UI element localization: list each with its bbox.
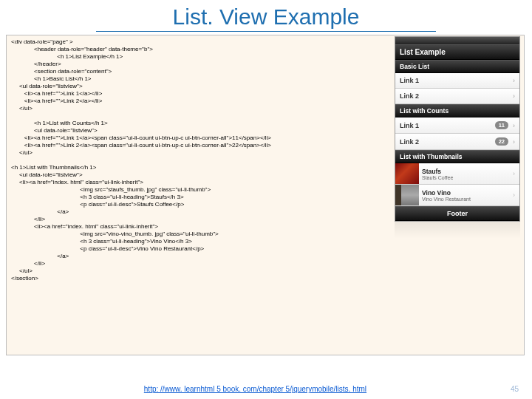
code-line: <li><a href="index. html" class="ui-link… xyxy=(11,179,143,185)
code-line: <li><a href="">Link 2</a><span class="ui… xyxy=(11,142,271,149)
list-item-link2[interactable]: Link 2 › xyxy=(395,89,519,104)
code-line: </ul> xyxy=(11,267,33,274)
code-line: <li><a href="index. html" class="ui-link… xyxy=(11,223,158,230)
code-line: </li> xyxy=(11,216,45,222)
code-line: <li><a href="">Link 1</a><span class="ui… xyxy=(11,134,271,141)
phone-footer: Footer xyxy=(395,206,519,221)
thumb-item-staufs[interactable]: Staufs Staufs Coffee › xyxy=(395,163,519,185)
thumb-heading: Staufs xyxy=(422,168,510,175)
code-line: </li> xyxy=(11,260,45,267)
thumb-desc: Vino Vino Restaurant xyxy=(422,197,510,202)
chevron-right-icon: › xyxy=(513,170,515,177)
code-line: <h 3 class="ui-li-heading">Staufs</h 3> xyxy=(11,194,184,200)
code-line: <h 1>Basic List</h 1> xyxy=(11,75,92,82)
count-badge: 11 xyxy=(495,121,508,129)
code-line: <h 3 class="ui-li-heading">Vino Vino</h … xyxy=(11,238,192,245)
thumb-heading: Vino Vino xyxy=(422,189,510,197)
code-line: </ul> xyxy=(11,105,33,112)
code-line: <ul data-role="listview"> xyxy=(11,171,83,178)
code-line: <ul data-role="listview"> xyxy=(11,83,83,89)
code-line: </header> xyxy=(11,61,61,67)
list-label: Link 1 xyxy=(400,122,419,129)
page-number: 45 xyxy=(511,385,519,393)
code-line: <section data-role="content"> xyxy=(11,68,112,75)
section-basic-list: Basic List xyxy=(395,60,519,73)
chevron-right-icon: › xyxy=(513,138,515,146)
list-label: Link 1 xyxy=(400,77,419,84)
code-line: <h 1>List with Counts</h 1> xyxy=(11,120,108,126)
thumbnail-image xyxy=(395,185,419,205)
chevron-right-icon: › xyxy=(513,77,515,84)
slide-title: List. View Example xyxy=(0,0,532,31)
code-line: </ul> xyxy=(11,149,33,156)
code-line: <li><a href="">Link 1</a></li> xyxy=(11,90,102,97)
code-line: <p class="ui-li-desc">Vino Vino Restaura… xyxy=(11,245,204,252)
code-line: </a> xyxy=(11,208,69,215)
code-line: <ul data-role="listview"> xyxy=(11,127,98,134)
list-item-count1[interactable]: Link 1 11 › xyxy=(395,117,519,134)
code-line: <img src="vino-vino_thumb. jpg" class="u… xyxy=(11,231,219,237)
code-line: </a> xyxy=(11,253,69,259)
code-line: <h 1>List with Thumbnails</h 1> xyxy=(11,164,96,171)
chevron-right-icon: › xyxy=(513,122,515,129)
source-link[interactable]: http: //www. learnhtml 5 book. com/chapt… xyxy=(144,385,366,393)
phone-statusbar xyxy=(395,37,519,44)
code-line: </section> xyxy=(11,275,38,282)
list-item-link1[interactable]: Link 1 › xyxy=(395,73,519,89)
chevron-right-icon: › xyxy=(513,191,515,199)
code-line: <header data-role="header" data-theme="b… xyxy=(11,46,153,52)
code-line: <p class="ui-li-desc">Staufs Coffee</p> xyxy=(11,201,184,208)
thumbnail-image xyxy=(395,163,419,184)
title-underline xyxy=(96,31,436,32)
code-line: <div data-role="page" > xyxy=(11,38,73,45)
phone-mockup: List Example Basic List Link 1 › Link 2 … xyxy=(395,36,520,222)
thumb-desc: Staufs Coffee xyxy=(422,175,510,180)
code-line: <li><a href="">Link 2</a></li> xyxy=(11,98,102,104)
code-line: <img src="staufs_thumb. jpg" class="ui-l… xyxy=(11,186,211,193)
list-label: Link 2 xyxy=(400,92,419,100)
list-label: Link 2 xyxy=(400,138,419,146)
phone-header: List Example xyxy=(395,44,519,60)
list-item-count2[interactable]: Link 2 22 › xyxy=(395,134,519,150)
count-badge: 22 xyxy=(495,137,508,146)
thumb-item-vino[interactable]: Vino Vino Vino Vino Restaurant › xyxy=(395,185,519,206)
chevron-right-icon: › xyxy=(513,92,515,100)
section-list-counts: List with Counts xyxy=(395,104,519,117)
section-list-thumbnails: List with Thumbnails xyxy=(395,150,519,163)
code-line: <h 1>List Example</h 1> xyxy=(11,53,123,60)
